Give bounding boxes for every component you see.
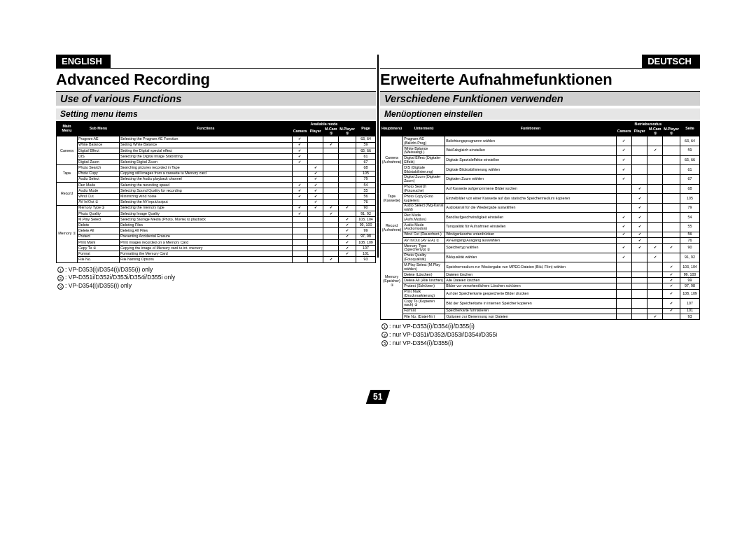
table-row: TapePhoto SearchSearching pictures recor… [57,165,376,171]
table-row: File No.File Naming Options✔93 [57,257,376,262]
table-de: HauptmenüUntermenüFunktionenBetriebsmodu… [380,121,700,320]
table-row: FormatSpeicherkarte formatieren✔101 [380,308,699,314]
table-row: Delete (Löschen)Dateien löschen✔99, 100 [380,272,699,277]
chapter-title-en: Advanced Recording [56,68,376,92]
table-en: Main MenuSub MenuFunctionsAvailable mode… [56,121,376,263]
section-title-de: Verschiedene Funktionen verwenden [380,92,700,106]
table-row: DeleteDeleting Files✔99, 100 [57,223,376,228]
table-row: Delete All (Alle löschen)Alle Dateien lö… [380,278,699,283]
table-row: FormatFormatting the Memory Card✔101 [57,251,376,257]
footnotes-en: 1: VP-D353(i)/D354(i)/D355(i) only2: VP-… [56,266,376,291]
table-row: Print Mark (Druckmarkierung)Auf der Spei… [380,289,699,299]
table-row: Digital Zoom (Digitaler Zoom)Digitalen Z… [380,174,699,184]
table-row: Copy To ③Copying the image of Memory car… [57,246,376,251]
table-row: AV In/Out (AV E/A) ②AV-Eingang/Ausgang a… [380,237,699,243]
table-row: Audio ModeSelecting Sound Quality for re… [57,188,376,194]
deutsch-column: DEUTSCH Erweiterte Aufnahmefunktionen Ve… [380,55,700,534]
table-row: AV In/Out ②Selecting the AV input/output… [57,199,376,205]
footnotes-de: 1: nur VP-D353(i)/D354(i)/D355(i)2: nur … [380,323,700,348]
lang-label-en: ENGLISH [56,55,111,68]
manual-page: ENGLISH Advanced Recording Use of variou… [0,0,756,534]
table-row: Tape (Kassette)Photo Search (Fotosuche)A… [380,184,699,194]
table-row: CameraProgram AESelecting the Program AE… [57,136,376,142]
table-row: RecordRec ModeSelecting the recording sp… [57,182,376,188]
section-title-en: Use of various Functions [56,92,376,106]
table-row: Audio Select (Wg-Kanal wähl)Audiokanal f… [380,203,699,213]
table-row: Delete AllDeleting All Files✔99 [57,228,376,234]
table-row: Audio Mode (Audiomodus)Tonqualität für A… [380,223,699,232]
table-row: Memory ①Memory Type ③Selecting the memor… [57,205,376,211]
chapter-title-de: Erweiterte Aufnahmefunktionen [380,68,700,92]
table-row: White Balance (Weissabgl.)Weißabgleich e… [380,146,699,156]
table-row: Camera (Aufnahme)Program AE (Belicht.Pro… [380,136,699,146]
table-row: Memory (Speicher) ①Memory Type (Speicher… [380,244,699,253]
table-row: Copy To (Kopieren nach) ③Bild der Speich… [380,299,699,309]
table-row: Photo Quality (Fotoqualität)Bildqualität… [380,253,699,262]
english-column: ENGLISH Advanced Recording Use of variou… [56,55,376,534]
column-divider [377,55,379,258]
table-row: M.Play SelectSelecting Storage Media (Ph… [57,217,376,223]
table-row: Print MarkPrint images recorded on a Mem… [57,239,376,245]
table-row: Digital ZoomSelecting Digital Zoom✔67 [57,160,376,165]
page-number: 51 [368,390,388,404]
table-row: Digital EffectSetting the Digital specia… [57,148,376,153]
table-row: ProtectPreventing Accidental Erasure✔97,… [57,234,376,239]
table-row: Digital Effect (Digitaler Effekt)Digital… [380,155,699,165]
table-row: DISSelecting the Digital Image Stabilizi… [57,154,376,160]
table-row: File No. (Datei-Nr.)Optionen zur Benennu… [380,314,699,319]
table-row: Photo Copy (Foto kopieren)Einzelbilder v… [380,194,699,204]
subtitle-de: Menüoptionen einstellen [380,108,700,120]
lang-label-de: DEUTSCH [642,55,700,68]
subtitle-en: Setting menu items [56,108,376,120]
table-row: Photo QualitySelecting Image Quality✔✔91… [57,211,376,216]
table-row: Photo CopyCopying still images from a ca… [57,171,376,176]
table-row: Audio SelectSelecting the Audio playback… [57,176,376,182]
table-row: Protect (Schützen)Bilder vor versehentli… [380,283,699,289]
table-row: White BalanceSetting White Balance✔✔59 [57,142,376,148]
table-row: Wind Cut (Rauschunt.)Windgeräusche unter… [380,232,699,237]
table-row: DIS (Digitale Bildstabilisierung)Digital… [380,165,699,175]
table-row: Record (Aufnahme)Rec Mode (Aufn.Modus)Ba… [380,213,699,223]
table-row: Wind CutMinimizing wind noise✔✔56 [57,194,376,199]
table-row: M.Play Select (M.Play wählen)Speichermed… [380,262,699,272]
